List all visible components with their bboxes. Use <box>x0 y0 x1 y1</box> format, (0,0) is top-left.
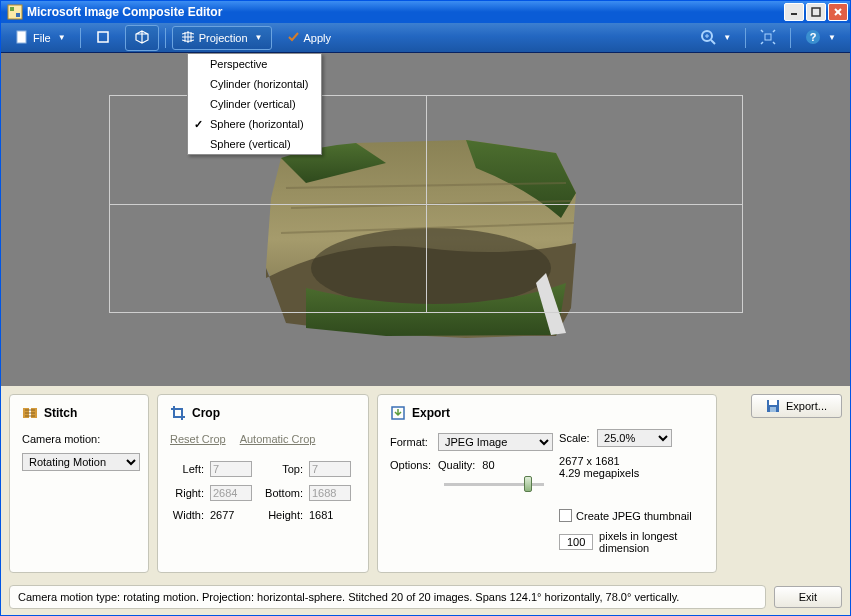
export-button[interactable]: Export... <box>751 394 842 418</box>
svg-rect-8 <box>98 32 108 42</box>
crop-height-value: 1681 <box>309 509 359 521</box>
crop-tool-icon <box>95 29 111 47</box>
automatic-crop-link[interactable]: Automatic Crop <box>240 433 316 445</box>
tool-cube-button[interactable] <box>125 25 159 51</box>
stitch-title: Stitch <box>44 406 77 420</box>
help-button[interactable]: ? ▼ <box>797 26 844 50</box>
apply-label: Apply <box>304 32 332 44</box>
file-icon <box>15 30 29 46</box>
svg-line-10 <box>711 40 715 44</box>
format-label: Format: <box>390 436 438 448</box>
titlebar: Microsoft Image Composite Editor <box>1 1 850 23</box>
svg-rect-7 <box>17 31 26 43</box>
toolbar-separator <box>745 28 746 48</box>
scale-label: Scale: <box>559 432 597 444</box>
file-label: File <box>33 32 51 44</box>
window-title: Microsoft Image Composite Editor <box>27 5 784 19</box>
crop-bottom-input[interactable] <box>309 485 351 501</box>
crop-icon <box>170 405 186 421</box>
crop-width-value: 2677 <box>210 509 260 521</box>
menu-item-cylinder-vertical[interactable]: Cylinder (vertical) <box>188 94 321 114</box>
format-select[interactable]: JPEG Image <box>438 433 553 451</box>
save-icon <box>766 399 780 413</box>
slider-thumb[interactable] <box>524 476 532 492</box>
chevron-down-icon: ▼ <box>255 33 263 42</box>
stitch-icon <box>22 405 38 421</box>
height-label: Height: <box>262 509 307 521</box>
tool-rect-button[interactable] <box>87 26 119 50</box>
toolbar-separator <box>790 28 791 48</box>
bottom-bar: Camera motion type: rotating motion. Pro… <box>1 581 850 615</box>
projection-dropdown-menu: Perspective Cylinder (horizontal) Cylind… <box>187 53 322 155</box>
crop-left-input[interactable] <box>210 461 252 477</box>
status-text: Camera motion type: rotating motion. Pro… <box>9 585 766 609</box>
crop-right-input[interactable] <box>210 485 252 501</box>
check-icon: ✓ <box>194 118 203 131</box>
toolbar-separator <box>165 28 166 48</box>
minimize-button[interactable] <box>784 3 804 21</box>
stitch-panel: Stitch Camera motion: Rotating Motion <box>9 394 149 573</box>
crop-title: Crop <box>192 406 220 420</box>
chevron-down-icon: ▼ <box>828 33 836 42</box>
export-icon <box>390 405 406 421</box>
close-button[interactable] <box>828 3 848 21</box>
canvas-area[interactable]: Perspective Cylinder (horizontal) Cylind… <box>1 53 850 386</box>
quality-slider[interactable] <box>444 483 544 486</box>
camera-motion-select[interactable]: Rotating Motion <box>22 453 140 471</box>
scale-select[interactable]: 25.0% <box>597 429 672 447</box>
app-window: Microsoft Image Composite Editor File ▼ … <box>0 0 851 616</box>
menu-item-sphere-horizontal[interactable]: ✓Sphere (horizontal) <box>188 114 321 134</box>
cube-icon <box>134 29 150 47</box>
svg-rect-21 <box>769 400 777 405</box>
export-panel: Export Format: JPEG Image Options: Quali… <box>377 394 717 573</box>
projection-label: Projection <box>199 32 248 44</box>
options-label: Options: <box>390 459 438 471</box>
exit-label: Exit <box>799 591 817 603</box>
left-label: Left: <box>170 463 208 475</box>
menu-item-sphere-vertical[interactable]: Sphere (vertical) <box>188 134 321 154</box>
export-dimensions: 2677 x 1681 <box>559 455 704 467</box>
svg-rect-22 <box>770 407 776 412</box>
thumbnail-checkbox[interactable] <box>559 509 572 522</box>
chevron-down-icon: ▼ <box>58 33 66 42</box>
fit-button[interactable] <box>752 26 784 50</box>
menu-item-perspective[interactable]: Perspective <box>188 54 321 74</box>
maximize-button[interactable] <box>806 3 826 21</box>
bottom-label: Bottom: <box>262 487 307 499</box>
menu-item-cylinder-horizontal[interactable]: Cylinder (horizontal) <box>188 74 321 94</box>
camera-motion-label: Camera motion: <box>22 433 100 445</box>
zoom-icon <box>700 29 716 47</box>
reset-crop-link[interactable]: Reset Crop <box>170 433 226 445</box>
toolbar: File ▼ Projection ▼ Apply ▼ <box>1 23 850 53</box>
projection-button[interactable]: Projection ▼ <box>172 26 272 50</box>
exit-button[interactable]: Exit <box>774 586 842 608</box>
thumbnail-dim-label: pixels in longest dimension <box>599 530 699 554</box>
quality-label: Quality: <box>438 459 475 471</box>
apply-button[interactable]: Apply <box>278 27 340 49</box>
export-button-label: Export... <box>786 400 827 412</box>
grid-icon <box>181 30 195 46</box>
export-button-area: Export... <box>725 394 842 573</box>
top-label: Top: <box>262 463 307 475</box>
export-title: Export <box>412 406 450 420</box>
zoom-button[interactable]: ▼ <box>692 26 739 50</box>
crop-panel: Crop Reset Crop Automatic Crop Left: Top… <box>157 394 369 573</box>
svg-rect-13 <box>765 34 771 40</box>
fit-icon <box>760 29 776 47</box>
help-icon: ? <box>805 29 821 47</box>
svg-rect-4 <box>812 8 820 16</box>
app-icon <box>7 4 23 20</box>
right-label: Right: <box>170 487 208 499</box>
svg-rect-2 <box>16 13 20 17</box>
thumbnail-size-input[interactable] <box>559 534 593 550</box>
toolbar-separator <box>80 28 81 48</box>
crop-top-input[interactable] <box>309 461 351 477</box>
file-menu-button[interactable]: File ▼ <box>7 27 74 49</box>
quality-value: 80 <box>482 459 494 471</box>
crop-divider-horizontal <box>109 204 743 205</box>
check-icon <box>286 30 300 46</box>
panels-row: Stitch Camera motion: Rotating Motion Cr… <box>1 386 850 581</box>
svg-text:?: ? <box>810 31 817 43</box>
thumbnail-label: Create JPEG thumbnail <box>576 510 692 522</box>
export-megapixels: 4.29 megapixels <box>559 467 704 479</box>
